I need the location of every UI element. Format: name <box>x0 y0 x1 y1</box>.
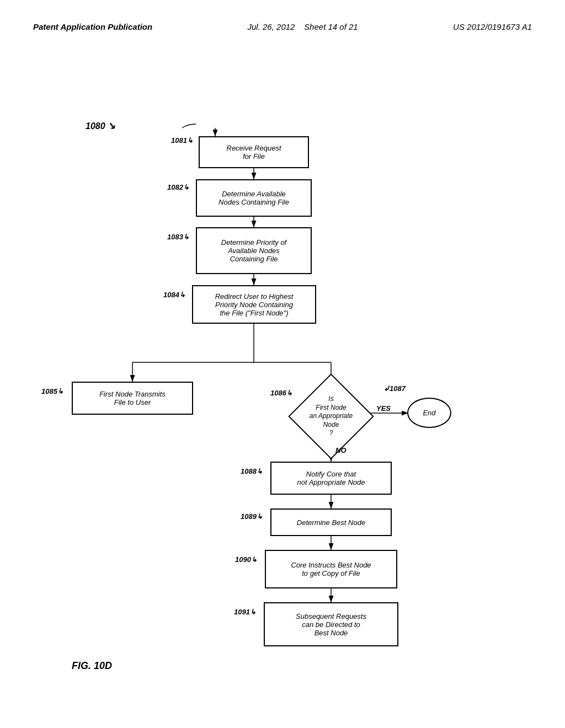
box-1085: First Node TransmitsFile to User <box>72 382 193 415</box>
oval-1087: End <box>407 398 451 428</box>
label-1091: 1091↳ <box>234 608 256 616</box>
label-1089: 1089↳ <box>241 512 263 521</box>
label-1090: 1090↳ <box>235 555 257 564</box>
box-1082-text: Determine AvailableNodes Containing File <box>218 190 289 206</box>
box-1090: Core Instructs Best Nodeto get Copy of F… <box>265 550 397 588</box>
header-left: Patent Application Publication <box>33 22 152 31</box>
oval-1087-text: End <box>423 409 435 417</box>
box-1081-text: Receive Requestfor File <box>227 144 281 160</box>
box-1084: Redirect User to HighestPriority Node Co… <box>192 285 316 324</box>
box-1088-text: Notify Core thatnot Appropriate Node <box>297 470 365 486</box>
box-1091-text: Subsequent Requestscan be Directed toBes… <box>296 612 366 637</box>
box-1089: Determine Best Node <box>270 508 392 536</box>
page-header: Patent Application Publication Jul. 26, … <box>0 0 565 42</box>
label-1081: 1081↳ <box>171 136 193 144</box>
label-1084: 1084↳ <box>163 291 185 299</box>
box-1085-text: First Node TransmitsFile to User <box>99 390 166 406</box>
label-1083: 1083↳ <box>167 233 189 241</box>
yes-label: YES <box>376 404 391 413</box>
box-1084-text: Redirect User to HighestPriority Node Co… <box>215 292 294 317</box>
label-1085: 1085↳ <box>41 387 63 395</box>
no-label: NO <box>335 446 347 454</box>
box-1083-text: Determine Priority ofAvailable NodesCont… <box>221 238 286 263</box>
fig-label: FIG. 10D <box>72 660 112 672</box>
label-1080: 1080 ↘ <box>86 120 115 132</box>
diagram-area: 1080 ↘ Receive Requestfor File 1081↳ Det… <box>0 42 565 715</box>
box-1090-text: Core Instructs Best Nodeto get Copy of F… <box>291 561 371 577</box>
box-1081: Receive Requestfor File <box>199 136 309 168</box>
label-1086: 1086↳ <box>270 389 292 397</box>
box-1082: Determine AvailableNodes Containing File <box>196 179 312 217</box>
diamond-1086-text: IsFirst Nodean AppropriateNode? <box>310 395 353 438</box>
label-1088: 1088↳ <box>241 467 263 475</box>
header-right: US 2012/0191673 A1 <box>453 22 532 31</box>
box-1088: Notify Core thatnot Appropriate Node <box>270 462 392 495</box>
diamond-1086: IsFirst Nodean AppropriateNode? <box>298 383 364 449</box>
label-1082: 1082↳ <box>167 183 189 191</box>
box-1083: Determine Priority ofAvailable NodesCont… <box>196 227 312 274</box>
box-1091: Subsequent Requestscan be Directed toBes… <box>264 602 398 646</box>
label-1087: ↲1087 <box>383 384 406 393</box>
box-1089-text: Determine Best Node <box>297 518 365 527</box>
header-center: Jul. 26, 2012 Sheet 14 of 21 <box>248 22 358 31</box>
